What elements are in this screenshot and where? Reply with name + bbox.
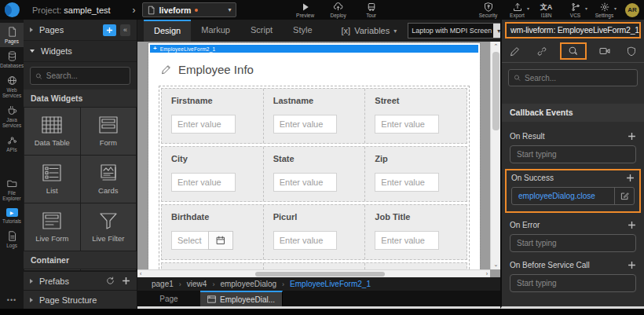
state-input[interactable]	[273, 173, 338, 192]
settings-button[interactable]: ▾ Settings	[591, 2, 617, 18]
edit-on-success-button[interactable]	[614, 188, 634, 204]
add-on-before-service-call-button[interactable]	[628, 261, 636, 269]
widget-search[interactable]	[30, 67, 130, 85]
selection-bar[interactable]: + EmployeeLiveForm2_1	[150, 45, 478, 53]
widget-cards[interactable]: Cards	[81, 156, 137, 203]
on-result-input[interactable]	[510, 145, 636, 163]
i18n-button[interactable]: 文A I18N	[533, 2, 559, 18]
page-selector-dropdown[interactable]: liveform ▾	[142, 2, 236, 17]
rail-item-pages[interactable]: Pages	[0, 23, 24, 47]
horizontal-scroll-thumb[interactable]	[255, 272, 385, 277]
user-avatar[interactable]: AR	[625, 3, 639, 17]
page-file-icon	[147, 5, 156, 15]
form-field-password[interactable]: Password	[264, 263, 366, 269]
scroll-down-arrow-icon[interactable]: ⌄	[491, 262, 500, 268]
scroll-left-arrow-icon[interactable]: ‹	[140, 270, 141, 277]
scroll-up-arrow-icon[interactable]: ⌃	[491, 43, 500, 49]
canvas-page[interactable]: + EmployeeLiveForm2_1 Employee Info Firs…	[148, 43, 480, 269]
jobtitle-input[interactable]	[375, 231, 439, 250]
add-on-result-button[interactable]	[628, 132, 636, 141]
on-before-service-call-input[interactable]	[510, 274, 636, 292]
add-on-success-button[interactable]	[626, 174, 635, 182]
property-search[interactable]	[508, 69, 638, 86]
widget-list[interactable]: List	[24, 156, 80, 203]
form-field-city[interactable]: City	[162, 147, 264, 201]
form-field-state[interactable]: State	[264, 147, 366, 201]
tab-styles[interactable]	[533, 45, 551, 58]
add-prefab-button[interactable]	[122, 277, 130, 285]
rail-item-logs[interactable]: Logs	[0, 227, 24, 251]
pages-section-header[interactable]: Pages «	[24, 20, 137, 41]
collapse-left-panel-button[interactable]: «	[120, 24, 130, 36]
rail-item-web-services[interactable]: Web Services	[0, 71, 24, 101]
tab-script[interactable]: Script	[240, 20, 283, 42]
preview-button[interactable]: Preview	[291, 2, 320, 18]
tab-markup[interactable]: Markup	[191, 20, 240, 42]
add-page-button[interactable]	[103, 24, 116, 36]
breadcrumb-employeedialog[interactable]: employeeDialog	[220, 280, 276, 288]
form-field-picurl[interactable]: Picurl	[264, 205, 366, 259]
widget-form[interactable]: Form	[81, 108, 137, 155]
rail-item-tutorials[interactable]: ▶ Tutorials	[0, 204, 24, 227]
widget-search-input[interactable]	[46, 71, 125, 80]
form-field-role[interactable]: Role	[365, 263, 467, 269]
security-button[interactable]: Security	[475, 2, 501, 18]
export-button[interactable]: ▾ Export	[504, 2, 530, 18]
deploy-button[interactable]: Deploy	[324, 2, 353, 18]
vcs-button[interactable]: ▾ VCS	[562, 2, 588, 18]
calendar-button[interactable]	[208, 231, 233, 250]
tab-employee-dialog[interactable]: EmployeeDial...	[200, 291, 283, 306]
breadcrumb-employeeliveform[interactable]: EmployeeLiveForm2_1	[290, 280, 371, 288]
settings-gear-icon	[600, 2, 609, 12]
breadcrumb-view4[interactable]: view4	[187, 280, 207, 288]
rail-item-java-services[interactable]: Java Services	[0, 101, 24, 131]
rail-more-button[interactable]: •••	[0, 291, 24, 309]
tab-page[interactable]: Page	[137, 291, 200, 306]
device-selector-dropdown[interactable]: Laptop with MDPI Screen ▾	[408, 23, 505, 38]
form-title[interactable]: Employee Info	[161, 63, 480, 76]
breadcrumb-page1[interactable]: page1	[152, 280, 174, 288]
widget-live-form[interactable]: Live Form	[24, 203, 80, 251]
rail-item-file-explorer[interactable]: File Explorer	[0, 174, 24, 204]
tab-mobile[interactable]	[596, 45, 613, 57]
variables-button[interactable]: [x] Variables ▾	[342, 26, 397, 35]
scroll-right-arrow-icon[interactable]: ›	[486, 270, 488, 277]
lastname-input[interactable]	[273, 115, 338, 134]
rail-item-databases[interactable]: Databases	[0, 47, 24, 71]
street-input[interactable]	[375, 115, 439, 134]
form-field-zip[interactable]: Zip	[365, 147, 467, 201]
zip-input[interactable]	[375, 173, 439, 192]
birthdate-input[interactable]	[171, 231, 208, 250]
tour-button[interactable]: Tour	[357, 2, 386, 18]
form-field-birthdate[interactable]: Birthdate	[162, 205, 264, 259]
live-form[interactable]: Firstname Lastname Street	[159, 86, 470, 269]
prefabs-section-header[interactable]: Prefabs	[24, 271, 137, 290]
form-field-jobtitle[interactable]: Job Title	[365, 205, 467, 259]
form-field-username[interactable]: Username	[162, 263, 264, 269]
data-widgets-grid: Data Table Form List Cards Live Form	[24, 107, 137, 251]
property-search-input[interactable]	[525, 74, 632, 82]
picurl-input[interactable]	[273, 231, 338, 250]
add-on-error-button[interactable]	[628, 221, 636, 229]
tab-security[interactable]	[624, 45, 639, 58]
form-field-street[interactable]: Street	[365, 89, 467, 143]
vertical-scroll-thumb[interactable]	[492, 52, 499, 130]
on-error-input[interactable]	[510, 234, 636, 252]
widgets-section-header[interactable]: Widgets	[24, 41, 137, 62]
form-field-lastname[interactable]: Lastname	[264, 89, 366, 143]
canvas-horizontal-scrollbar[interactable]: ‹ ›	[137, 269, 490, 277]
firstname-input[interactable]	[171, 115, 236, 134]
tab-properties[interactable]	[507, 45, 523, 58]
form-field-firstname[interactable]: Firstname	[162, 89, 264, 143]
rail-item-apis[interactable]: APIs	[0, 131, 24, 156]
city-input[interactable]	[171, 173, 236, 192]
tab-design[interactable]: Design	[144, 20, 191, 42]
tab-style[interactable]: Style	[283, 20, 322, 42]
widget-data-table[interactable]: Data Table	[24, 108, 80, 155]
tab-events[interactable]	[560, 42, 587, 60]
page-structure-section-header[interactable]: Page Structure	[24, 290, 137, 309]
widget-live-filter[interactable]: Live Filter	[81, 203, 137, 251]
on-success-value-link[interactable]: employeeDialog.close	[512, 192, 614, 200]
canvas-vertical-scrollbar[interactable]: ⌃ ⌄	[490, 42, 500, 269]
refresh-icon[interactable]	[106, 277, 115, 285]
